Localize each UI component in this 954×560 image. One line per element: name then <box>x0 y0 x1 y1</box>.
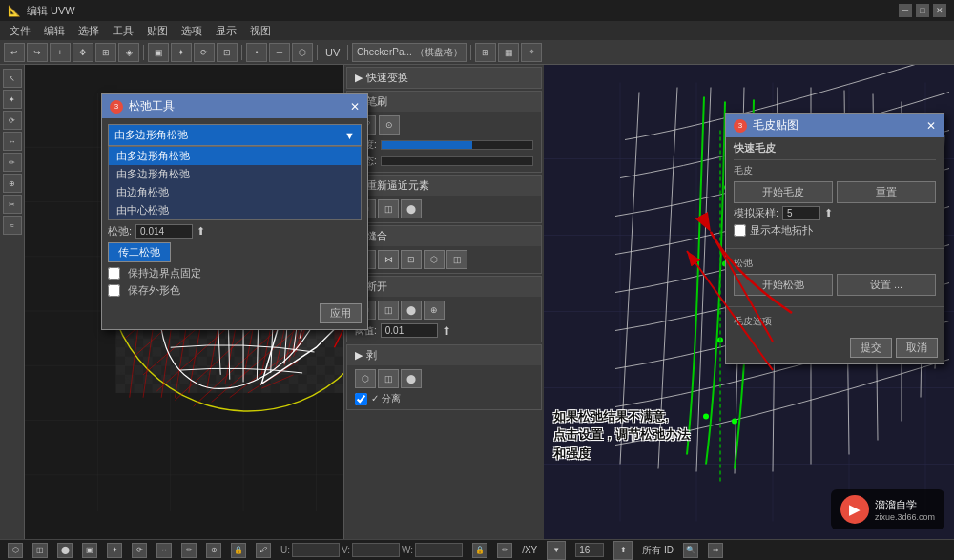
method-option-1[interactable]: 由多边形角松弛 <box>109 165 361 183</box>
menu-map[interactable]: 贴图 <box>141 22 174 40</box>
snap-btn[interactable]: ⌖ <box>521 43 542 62</box>
weld-icon-2[interactable]: ⋈ <box>378 250 399 269</box>
fur-ok-button[interactable]: 提交 <box>850 338 892 358</box>
relax-elem-header[interactable]: ▶ 重新逼近元素 <box>347 176 541 196</box>
threshold-spinner[interactable]: ⬆ <box>442 324 451 338</box>
maximize-button[interactable]: □ <box>916 4 929 17</box>
weld-icon-3[interactable]: ⊡ <box>401 250 422 269</box>
separate-checkbox[interactable] <box>355 393 367 405</box>
status-icon-1[interactable]: ⬡ <box>8 543 23 558</box>
weld-header[interactable]: ▶ 缝合 <box>347 226 541 246</box>
status-icon-7[interactable]: ↔ <box>156 543 172 558</box>
relax-icon-3[interactable]: ⬤ <box>401 199 422 218</box>
redo-button[interactable]: ↪ <box>27 43 48 62</box>
zoom-spinner[interactable]: ⬆ <box>613 541 633 560</box>
vtool-scale[interactable]: ↔ <box>3 132 22 151</box>
status-icon-4[interactable]: ▣ <box>82 543 97 558</box>
select-btn[interactable]: ▣ <box>148 43 169 62</box>
menu-edit[interactable]: 编辑 <box>38 22 71 40</box>
tool4-button[interactable]: ◈ <box>118 43 139 62</box>
break-icon-3[interactable]: ⬤ <box>401 301 422 320</box>
brush-header[interactable]: ▶ 笔刷 <box>347 92 541 112</box>
menu-options[interactable]: 选项 <box>176 22 208 40</box>
lock-button[interactable]: 🔒 <box>472 543 487 558</box>
relax-run-button[interactable]: 传二松弛 <box>108 242 171 262</box>
edge-btn[interactable]: ─ <box>269 43 290 62</box>
vtool-rotate[interactable]: ⟳ <box>3 111 22 130</box>
search-button[interactable]: 🔍 <box>683 543 698 558</box>
tool2-button[interactable]: ✥ <box>73 43 93 62</box>
show-local-checkbox[interactable] <box>734 224 746 237</box>
peel-icon-1[interactable]: ⬡ <box>355 369 376 388</box>
v-input[interactable] <box>352 543 400 557</box>
vtool-freehand[interactable]: ✏ <box>3 153 22 172</box>
brush-icon-2[interactable]: ⊙ <box>379 115 400 135</box>
peel-header[interactable]: ▶ 剥 <box>347 345 541 365</box>
uvw-viewport[interactable]: 3 松弛工具 ✕ 由多边形角松弛 ▼ 由多边形角松弛 <box>25 65 544 539</box>
start-fur-button[interactable]: 开始毛皮 <box>734 181 833 203</box>
tolerance-input[interactable] <box>135 224 193 239</box>
status-icon-2[interactable]: ◫ <box>32 543 48 558</box>
weld-icon-4[interactable]: ⬡ <box>424 250 445 269</box>
fur-dialog-close[interactable]: ✕ <box>926 119 936 133</box>
status-icon-8[interactable]: ✏ <box>181 543 197 558</box>
start-relax-button[interactable]: 开始松弛 <box>734 274 833 296</box>
status-icon-10[interactable]: 🔒 <box>231 543 246 558</box>
peel-icon-3[interactable]: ⬤ <box>401 369 422 388</box>
status-icon-5[interactable]: ✦ <box>107 543 122 558</box>
checker-dropdown[interactable]: CheckerPa... （棋盘格） <box>352 43 467 62</box>
minimize-button[interactable]: ─ <box>899 4 912 17</box>
menu-tools[interactable]: 工具 <box>107 22 139 40</box>
tolerance-spinner[interactable]: ⬆ <box>197 225 205 238</box>
break-icon-2[interactable]: ◫ <box>378 301 399 320</box>
method-option-2[interactable]: 由边角松弛 <box>109 183 361 201</box>
menu-display[interactable]: 显示 <box>210 22 242 40</box>
vertex-btn[interactable]: • <box>246 43 267 62</box>
break-header[interactable]: ▶ 断开 <box>347 277 541 297</box>
threshold-input[interactable] <box>381 323 438 338</box>
vtool-select[interactable]: ↖ <box>3 69 22 88</box>
menu-select[interactable]: 选择 <box>73 22 105 40</box>
close-button[interactable]: ✕ <box>933 4 946 17</box>
simulate-input[interactable] <box>782 206 820 220</box>
keep-boundary-checkbox[interactable] <box>108 267 120 280</box>
simulate-spinner[interactable]: ⬆ <box>824 207 833 219</box>
relax-dialog-close[interactable]: ✕ <box>350 100 360 114</box>
menu-view[interactable]: 视图 <box>244 22 277 40</box>
method-option-0[interactable]: 由多边形角松弛 <box>109 147 361 165</box>
relax-icon-2[interactable]: ◫ <box>378 199 399 218</box>
vtool-move[interactable]: ✦ <box>3 90 22 109</box>
nav-button[interactable]: ➡ <box>708 543 723 558</box>
status-icon-3[interactable]: ⬤ <box>57 543 73 558</box>
grid-btn[interactable]: ⊞ <box>475 43 496 62</box>
menu-file[interactable]: 文件 <box>4 22 36 40</box>
rotate-btn[interactable]: ⟳ <box>194 43 215 62</box>
move-btn[interactable]: ✦ <box>171 43 192 62</box>
checker-btn[interactable]: ▦ <box>498 43 519 62</box>
vtool-break[interactable]: ✂ <box>3 195 22 214</box>
undo-button[interactable]: ↩ <box>4 43 25 62</box>
reset-button[interactable]: 重置 <box>837 181 936 203</box>
quick-change-header[interactable]: ▶ 快速变换 <box>347 68 541 88</box>
xy-dropdown[interactable]: ▼ <box>547 541 566 560</box>
method-option-3[interactable]: 由中心松弛 <box>109 201 361 219</box>
zoom-input[interactable] <box>575 543 604 557</box>
peel-icon-2[interactable]: ◫ <box>378 369 399 388</box>
status-icon-11[interactable]: 🖊 <box>256 543 271 558</box>
fur-cancel-button[interactable]: 取消 <box>896 338 938 358</box>
apply-button[interactable]: 应用 <box>320 303 362 323</box>
weld-icon-5[interactable]: ◫ <box>446 250 467 269</box>
vtool-relax[interactable]: ≈ <box>3 216 22 235</box>
poly-btn[interactable]: ⬡ <box>292 43 313 62</box>
relax-method-dropdown[interactable]: 由多边形角松弛 ▼ <box>108 124 362 146</box>
status-icon-9[interactable]: ⊕ <box>206 543 221 558</box>
pen-button[interactable]: ✏ <box>497 543 512 558</box>
status-icon-6[interactable]: ⟳ <box>132 543 147 558</box>
tool1-button[interactable]: + <box>50 43 71 62</box>
settings-button[interactable]: 设置 ... <box>837 274 936 296</box>
u-input[interactable] <box>292 543 340 557</box>
save-color-checkbox[interactable] <box>108 284 120 297</box>
tool3-button[interactable]: ⊞ <box>95 43 116 62</box>
scale-btn[interactable]: ⊡ <box>217 43 238 62</box>
break-icon-4[interactable]: ⊕ <box>424 301 445 320</box>
